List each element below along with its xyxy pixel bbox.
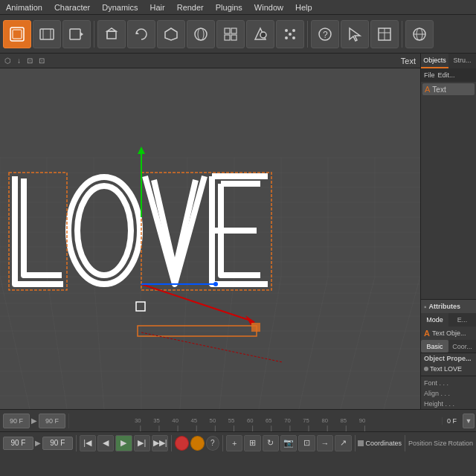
timeline-scroll-btn[interactable]: ▼	[463, 414, 475, 428]
viewport-canvas[interactable]	[0, 68, 420, 409]
btn-play[interactable]: ▶	[115, 435, 132, 451]
size-label: Size	[434, 440, 447, 447]
3d-viewport[interactable]: ⬡ ↓ ⊡ ⊡ Text	[0, 54, 420, 409]
btn-record[interactable]	[175, 436, 189, 451]
toolbar-help-btn[interactable]: ?	[311, 20, 339, 48]
frame-input[interactable]: 90 F	[3, 437, 33, 450]
menu-plugins[interactable]: Plugins	[213, 3, 245, 12]
svg-rect-5	[70, 29, 80, 39]
menu-window[interactable]: Window	[251, 3, 286, 12]
font-label: Font . . .	[424, 379, 448, 387]
coords-icon	[358, 440, 364, 446]
frame-input-2[interactable]: 90 F	[42, 437, 73, 450]
svg-rect-15	[231, 28, 237, 33]
toolbar-render-btn[interactable]	[33, 20, 61, 48]
right-panel-tabs: Objects Stru...	[421, 54, 476, 68]
btn-skip-fwd[interactable]: ▶▶|	[152, 435, 168, 451]
svg-rect-16	[225, 35, 230, 40]
toolbar-cube-btn[interactable]	[97, 20, 126, 48]
height-label: Height . . .	[424, 400, 454, 408]
attr-header-label: Attributes	[429, 303, 461, 310]
object-item-text[interactable]: A Text	[422, 83, 475, 95]
toolbar-sep-2	[307, 21, 308, 48]
svg-rect-83	[251, 323, 260, 332]
toolbar-frame-btn[interactable]	[3, 20, 31, 48]
toolbar-sphere-btn[interactable]	[187, 20, 215, 48]
attr-tab-mode[interactable]: Mode	[421, 313, 448, 327]
tab-structure[interactable]: Stru...	[448, 54, 476, 68]
btn-prev-frame[interactable]: ◀	[97, 435, 114, 451]
timeline: 90 F ▶ 90 F 30 35 40 45 50 55 60 65 70 7…	[0, 409, 476, 431]
btn-help-circle[interactable]: ?	[206, 436, 220, 451]
toolbar-geo-btn[interactable]	[157, 20, 185, 48]
svg-text:?: ?	[323, 30, 328, 40]
svg-text:80: 80	[321, 417, 328, 424]
viewport-icon-1: ⬡	[4, 57, 11, 65]
timeline-ruler[interactable]: 30 35 40 45 50 55 60 65 70 75 80 85 90	[71, 410, 440, 431]
menu-help[interactable]: Help	[292, 3, 315, 12]
btn-export-icon[interactable]: ↗	[335, 435, 351, 451]
toolbar-video-btn[interactable]	[62, 20, 91, 48]
frame-indicator: 0 F	[442, 417, 461, 425]
attr-divider-1	[421, 376, 476, 376]
menu-render[interactable]: Render	[174, 3, 207, 12]
svg-point-13	[198, 28, 204, 40]
svg-point-19	[285, 29, 288, 32]
btn-next-frame[interactable]: ▶|	[134, 435, 150, 451]
svg-marker-8	[107, 28, 116, 31]
toolbar-points-btn[interactable]	[276, 20, 304, 48]
align-label: Align . . .	[424, 390, 450, 397]
menu-character[interactable]: Character	[51, 3, 93, 12]
menubar: Animation Character Dynamics Hair Render…	[0, 0, 476, 15]
viewport-icon-4: ⊡	[39, 57, 45, 65]
btn-rotate-icon[interactable]: ↻	[263, 435, 279, 451]
tab-objects[interactable]: Objects	[421, 54, 448, 68]
btn-fwd-icon[interactable]: →	[317, 435, 333, 451]
attr-header-icon: ▪	[424, 303, 427, 311]
toolbar-expand-btn[interactable]	[216, 20, 245, 48]
bottom-toolbar: 90 F ▶ 90 F |◀ ◀ ▶ ▶| ▶▶| ? + ⊞ ↻ 📷 ⊡ → …	[0, 431, 476, 454]
edit-label[interactable]: Edit...	[438, 71, 455, 79]
toolbar-shape-btn[interactable]	[246, 20, 274, 48]
menu-hair[interactable]: Hair	[147, 3, 168, 12]
svg-text:30: 30	[135, 417, 141, 424]
viewport-icon-2: ↓	[17, 57, 21, 65]
menu-animation[interactable]: Animation	[3, 3, 45, 12]
attr-sub-tab-basic[interactable]: Basic	[421, 340, 448, 353]
attr-height-row: Height . . .	[421, 399, 476, 409]
btn-move[interactable]: +	[226, 435, 242, 451]
svg-rect-1	[13, 30, 22, 39]
svg-text:35: 35	[153, 417, 160, 424]
btn-motion[interactable]	[190, 436, 205, 451]
svg-text:45: 45	[190, 417, 197, 424]
text-love-dot	[424, 367, 428, 371]
svg-text:70: 70	[284, 417, 291, 424]
btn-scale[interactable]: ⊞	[244, 435, 260, 451]
toolbar-rotate-btn[interactable]	[127, 20, 155, 48]
attr-text-object-row: A Text Obje...	[421, 327, 476, 340]
svg-text:55: 55	[228, 417, 235, 424]
bt-sep-2	[171, 435, 172, 451]
attr-font-row: Font . . .	[421, 378, 476, 388]
end-frame-display[interactable]: 90 F	[39, 414, 65, 428]
toolbar-globe-btn[interactable]	[405, 20, 434, 48]
btn-view-icon[interactable]: ⊡	[298, 435, 315, 451]
svg-text:60: 60	[247, 417, 254, 424]
menu-dynamics[interactable]: Dynamics	[99, 3, 141, 12]
toolbar-table-btn[interactable]	[370, 20, 399, 48]
svg-text:75: 75	[303, 417, 309, 424]
attr-tab-e[interactable]: E...	[448, 313, 476, 327]
btn-skip-back[interactable]: |◀	[80, 435, 96, 451]
file-label[interactable]: File	[424, 71, 435, 79]
viewport-label: Text	[401, 57, 416, 65]
svg-marker-6	[80, 32, 83, 36]
viewport-icon-3: ⊡	[27, 57, 33, 65]
attributes-sub-panel: ▪ Attributes Mode E... A Text Obje... Ba…	[421, 299, 476, 409]
svg-text:65: 65	[266, 417, 272, 424]
current-frame-display[interactable]: 90 F	[3, 414, 30, 428]
attr-a-icon: A	[424, 329, 430, 338]
toolbar-cursor-btn[interactable]	[341, 20, 369, 48]
btn-render-icon[interactable]: 📷	[280, 435, 297, 451]
svg-point-18	[260, 32, 266, 38]
attr-sub-tab-coor[interactable]: Coor...	[448, 340, 476, 353]
